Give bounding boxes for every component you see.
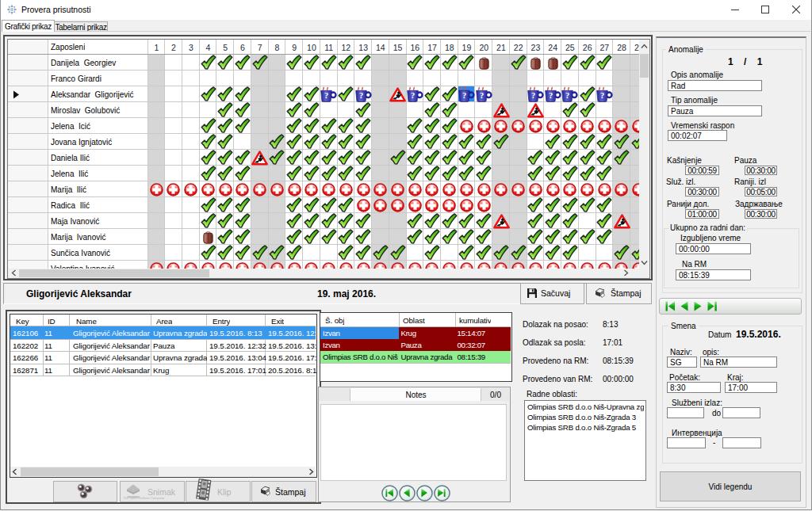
svg-text:?: ? [531,91,535,100]
svg-text:?: ? [549,91,553,100]
svg-text:?: ? [565,91,569,100]
svg-text:?: ? [324,91,328,100]
svg-text:?: ? [411,91,415,100]
svg-text:?: ? [359,91,363,100]
svg-text:?: ? [480,91,484,100]
svg-text:?: ? [462,91,466,100]
svg-text:?: ? [600,91,604,100]
